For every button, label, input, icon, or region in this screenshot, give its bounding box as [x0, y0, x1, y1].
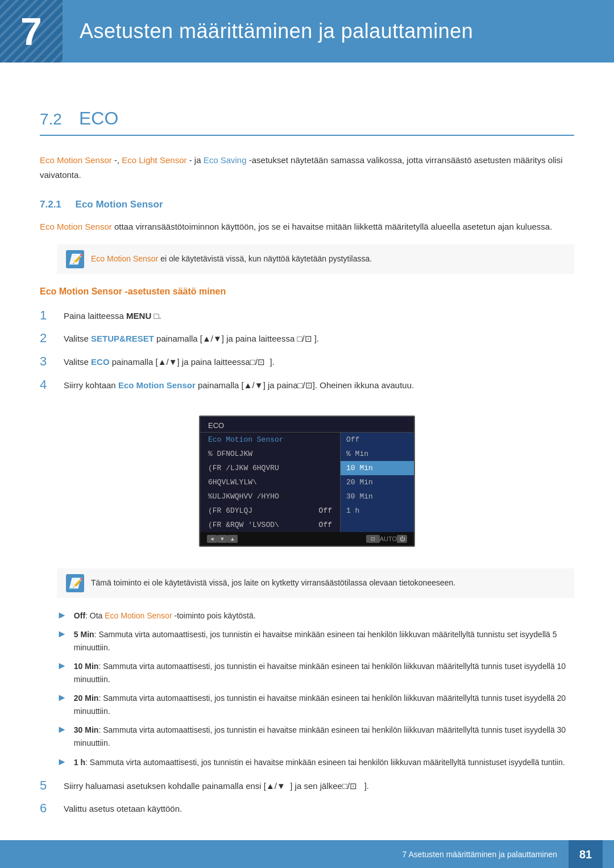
- eco-option-10min: 10 Min: [341, 461, 414, 475]
- eco-menu-btn-left: ◄: [207, 535, 217, 543]
- eco-option-5min: % Min: [341, 447, 414, 461]
- bullet-dot-5min: ►: [57, 628, 67, 641]
- step-number-6: 6: [40, 800, 52, 817]
- eco-option-30min: 30 Min: [341, 489, 414, 504]
- eco-menu-wrapper: Eco Motion Sensor % DFNOLJKW (FR /LJKW 6…: [200, 433, 414, 532]
- eco-saving-label-intro: Eco Saving: [204, 155, 247, 165]
- up-arrow-icon: ▲: [227, 535, 238, 543]
- eco-menu-btn-up: ▲: [227, 535, 238, 543]
- bullet-dot-10min: ►: [57, 660, 67, 672]
- chapter-number: 7: [0, 0, 63, 63]
- subsection-title: Eco Motion Sensor: [76, 199, 163, 210]
- step-number-1: 1: [40, 307, 52, 325]
- header-title: Asetusten määrittäminen ja palauttaminen: [63, 19, 473, 43]
- bullet-30min: ► 30 Min: Sammuta virta automaattisesti,…: [40, 724, 574, 750]
- eco-menu-row-sensitivity: 6HQVLWLYLW\: [200, 475, 340, 489]
- eco-light-sensor-label-intro: Eco Light Sensor: [122, 155, 186, 165]
- eco-menu-row-saving: (FR 6DYLQJ Off: [200, 504, 340, 518]
- eco-menu-row-display: (FR &RQW 'LVSOD\ Off: [200, 518, 340, 532]
- step-text-4: Siirry kohtaan Eco Motion Sensor painama…: [64, 376, 414, 393]
- footer: 7 Asetusten määrittäminen ja palauttamin…: [0, 840, 614, 868]
- eco-menu-title: ECO: [200, 417, 414, 433]
- bullet-20min: ► 20 Min: Sammuta virta automaattisesti,…: [40, 692, 574, 718]
- step-6: 6 Valittu asetus otetaan käyttöön.: [40, 800, 574, 817]
- power-icon: ⏻: [397, 535, 407, 543]
- left-arrow-icon: ◄: [207, 535, 217, 543]
- note-text-1: Eco Motion Sensor ei ole käytetävistä vi…: [91, 250, 372, 265]
- footer-page-number: 81: [569, 840, 603, 868]
- eco-menu-left-panel: Eco Motion Sensor % DFNOLJKW (FR /LJKW 6…: [200, 433, 340, 532]
- subsection-heading: 7.2.1 Eco Motion Sensor: [40, 199, 574, 210]
- content-area: 7.2 ECO Eco Motion Sensor -, Eco Light S…: [0, 63, 614, 868]
- step-3: 3 Valitse ECO painamalla [▲/▼] ja paina …: [40, 353, 574, 371]
- eco-menu-row-backlight: % DFNOLJKW: [200, 447, 340, 461]
- step-text-2: Valitse SETUP&RESET painamalla [▲/▼] ja …: [64, 330, 319, 346]
- section-number: 7.2: [40, 110, 62, 128]
- bullet-dot-30min: ►: [57, 724, 67, 736]
- enter-icon: ⊡: [366, 535, 380, 543]
- step-number-3: 3: [40, 353, 52, 371]
- bullet-list: ► Off: Ota Eco Motion Sensor -toiminto p…: [40, 609, 574, 769]
- intro-connector1: -,: [112, 155, 122, 165]
- bullet-dot-1h: ►: [57, 756, 67, 769]
- bullet-5min: ► 5 Min: Sammuta virta automaattisesti, …: [40, 628, 574, 654]
- eco-menu-btn-power: ⏻: [397, 535, 407, 543]
- bullet-text-1h: 1 h: Sammuta virta automaattisesti, jos …: [74, 756, 565, 769]
- step-text-3: Valitse ECO painamalla [▲/▼] ja paina la…: [64, 353, 275, 369]
- bullet-text-5min: 5 Min: Sammuta virta automaattisesti, jo…: [74, 628, 574, 654]
- eco-menu-bottom-bar: ◄ ▼ ▲ ⊡ AUTO ⏻: [200, 532, 414, 546]
- step-text-1: Paina laitteessa MENU □.: [64, 307, 161, 323]
- section-heading: 7.2 ECO: [40, 108, 574, 136]
- note-icon-2: 📝: [66, 574, 84, 592]
- bullet-dot-off: ►: [57, 609, 67, 622]
- page: 7 Asetusten määrittäminen ja palauttamin…: [0, 0, 614, 868]
- step-number-5: 5: [40, 777, 52, 795]
- eco-option-off: Off: [341, 433, 414, 447]
- bullet-10min: ► 10 Min: Sammuta virta automaattisesti,…: [40, 660, 574, 686]
- eco-menu-btn-down: ▼: [217, 535, 227, 543]
- bullet-off: ► Off: Ota Eco Motion Sensor -toiminto p…: [40, 609, 574, 622]
- eco-option-1h: 1 h: [341, 504, 414, 518]
- note-box-2: 📝 Tämä toiminto ei ole käytetävistä viss…: [57, 568, 574, 598]
- eco-motion-sensor-note-label: Eco Motion Sensor: [91, 254, 158, 263]
- eco-motion-sensor-label-body: Eco Motion Sensor: [40, 222, 112, 231]
- eco-menu-row-light: (FR /LJKW 6HQVRU: [200, 461, 340, 475]
- eco-option-20min: 20 Min: [341, 475, 414, 489]
- step-text-5: Siirry haluamasi asetuksen kohdalle pain…: [64, 777, 369, 794]
- step-2: 2 Valitse SETUP&RESET painamalla [▲/▼] j…: [40, 330, 574, 347]
- eco-menu-btn-enter: ⊡: [366, 535, 380, 543]
- eco-menu-row-brightness: %ULJKWQHVV /HYHO: [200, 489, 340, 504]
- bullet-dot-20min: ►: [57, 692, 67, 704]
- bullet-1h: ► 1 h: Sammuta virta automaattisesti, jo…: [40, 756, 574, 769]
- steps-list: 1 Paina laitteessa MENU □. 2 Valitse SET…: [40, 307, 574, 394]
- note-box-1: 📝 Eco Motion Sensor ei ole käytetävistä …: [57, 244, 574, 274]
- note-text-2: Tämä toiminto ei ole käytetävistä vissä,…: [91, 574, 455, 589]
- section-title: ECO: [79, 108, 118, 129]
- subsection-body: Eco Motion Sensor Eco Motion Sensor otta…: [40, 219, 574, 234]
- step-number-2: 2: [40, 330, 52, 347]
- step-5: 5 Siirry haluamasi asetuksen kohdalle pa…: [40, 777, 574, 795]
- footer-text: 7 Asetusten määrittäminen ja palauttamin…: [403, 850, 557, 859]
- subsection-number: 7.2.1: [40, 199, 61, 210]
- eco-menu-label-motion: Eco Motion Sensor: [208, 435, 332, 444]
- eco-menu-right-panel: Off % Min 10 Min 20 Min 30 Min 1 h: [340, 433, 414, 532]
- orange-subheading: Eco Motion Sensor -asetusten säätö minen: [40, 286, 574, 297]
- intro-paragraph: Eco Motion Sensor -, Eco Light Sensor - …: [40, 153, 574, 182]
- down-arrow-icon: ▼: [217, 535, 227, 543]
- eco-motion-sensor-label-intro: Eco Motion Sensor: [40, 155, 112, 165]
- steps-list-2: 5 Siirry haluamasi asetuksen kohdalle pa…: [40, 777, 574, 818]
- eco-menu-btn-auto: AUTO: [380, 535, 397, 542]
- step-1: 1 Paina laitteessa MENU □.: [40, 307, 574, 325]
- eco-option-empty: [341, 518, 414, 532]
- step-4: 4 Siirry kohtaan Eco Motion Sensor paina…: [40, 376, 574, 394]
- step-number-4: 4: [40, 376, 52, 394]
- header-bar: 7 Asetusten määrittäminen ja palauttamin…: [0, 0, 614, 63]
- step-text-6: Valittu asetus otetaan käyttöön.: [64, 800, 182, 816]
- eco-menu-screenshot: ECO Eco Motion Sensor % DFNOLJKW (FR /LJ…: [199, 416, 415, 547]
- bullet-text-20min: 20 Min: Sammuta virta automaattisesti, j…: [74, 692, 574, 718]
- eco-menu-row-motion: Eco Motion Sensor: [200, 433, 340, 447]
- bullet-text-off: Off: Ota Eco Motion Sensor -toiminto poi…: [74, 609, 256, 622]
- bullet-text-10min: 10 Min: Sammuta virta automaattisesti, j…: [74, 660, 574, 686]
- note-icon-1: 📝: [66, 250, 84, 268]
- intro-connector2: - ja: [186, 155, 203, 165]
